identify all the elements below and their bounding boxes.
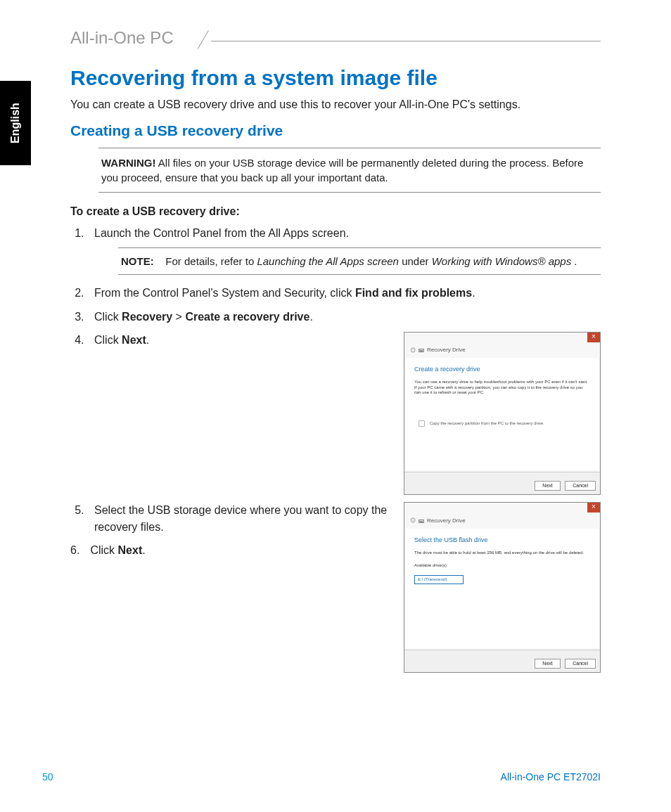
- cancel-button[interactable]: Cancel: [565, 481, 596, 491]
- page-heading: Recovering from a system image file: [70, 66, 601, 90]
- screenshot-body-text: You can use a recovery drive to help tro…: [414, 380, 590, 396]
- screenshot-select-usb: × ⊙ 🖴 Recovery Drive Select the USB flas…: [404, 502, 601, 673]
- section-heading: Creating a USB recovery drive: [70, 122, 601, 139]
- breadcrumb-text: Recovery Drive: [427, 517, 466, 525]
- screenshot-title: Create a recovery drive: [414, 365, 590, 374]
- screenshot-title: Select the USB flash drive: [414, 536, 590, 545]
- note-ref-1: Launching the All Apps screen: [257, 255, 399, 267]
- warning-label: WARNING!: [101, 157, 156, 169]
- step-5: Select the USB storage device where you …: [87, 502, 601, 673]
- step-2: From the Control Panel's System and Secu…: [87, 285, 601, 301]
- breadcrumb-text: Recovery Drive: [427, 346, 466, 354]
- available-drives-label: Available drive(s): [414, 562, 590, 569]
- step-3: Click Recovery > Create a recovery drive…: [87, 309, 601, 325]
- step-1: Launch the Control Panel from the All Ap…: [87, 225, 601, 275]
- note-mid: under: [402, 255, 432, 267]
- step-6: 6. Click Next.: [70, 542, 390, 558]
- step-1-text: Launch the Control Panel from the All Ap…: [94, 227, 349, 239]
- back-arrow-icon[interactable]: ⊙: [410, 345, 416, 356]
- intro-paragraph: You can create a USB recovery drive and …: [70, 97, 601, 112]
- header-rule: [211, 41, 601, 41]
- close-icon[interactable]: ×: [587, 333, 600, 342]
- close-icon[interactable]: ×: [587, 503, 600, 513]
- brand-header: All-in-One PC: [70, 28, 601, 53]
- breadcrumb-icon: 🖴: [418, 346, 424, 354]
- back-arrow-icon[interactable]: ⊙: [410, 515, 416, 526]
- note-callout: NOTE: For details, refer to Launching th…: [118, 247, 601, 276]
- product-model: All-in-One PC ET2702I: [501, 771, 601, 782]
- drive-list-item[interactable]: E:\ (Transcend): [414, 575, 464, 584]
- cancel-button[interactable]: Cancel: [565, 659, 596, 669]
- step-5-text: Select the USB storage device where you …: [94, 502, 390, 534]
- note-prefix: For details, refer to: [165, 255, 257, 267]
- next-button[interactable]: Next: [535, 659, 560, 669]
- screenshot-body-text: The drive must be able to hold at least …: [414, 550, 590, 556]
- note-suffix: .: [574, 255, 577, 267]
- procedure-subheading: To create a USB recovery drive:: [70, 205, 601, 218]
- brand-title: All-in-One PC: [70, 28, 174, 47]
- page-number: 50: [42, 771, 53, 782]
- step-4: Click Next. × ⊙ 🖴 Recovery Drive Create …: [87, 332, 601, 496]
- copy-partition-label: Copy the recovery partition from the PC …: [430, 421, 544, 425]
- copy-partition-checkbox[interactable]: [418, 420, 425, 427]
- warning-callout: WARNING! All files on your USB storage d…: [98, 148, 601, 193]
- procedure-list: Launch the Control Panel from the All Ap…: [70, 225, 601, 673]
- page-content: All-in-One PC Recovering from a system i…: [0, 0, 671, 812]
- screenshot-breadcrumb: ⊙ 🖴 Recovery Drive: [404, 513, 600, 527]
- screenshot-breadcrumb: ⊙ 🖴 Recovery Drive: [404, 342, 600, 357]
- note-label: NOTE:: [121, 255, 154, 267]
- next-button[interactable]: Next: [535, 481, 560, 491]
- page-footer: 50 All-in-One PC ET2702I: [42, 771, 601, 782]
- warning-text: All files on your USB storage device wil…: [101, 157, 583, 183]
- screenshot-recovery-create: × ⊙ 🖴 Recovery Drive Create a recovery d…: [404, 332, 601, 496]
- header-rule-diagonal: [198, 30, 226, 59]
- note-ref-2: Working with Windows® apps: [432, 255, 572, 267]
- breadcrumb-icon: 🖴: [418, 517, 424, 525]
- screenshot-checkbox-row[interactable]: Copy the recovery partition from the PC …: [414, 417, 590, 430]
